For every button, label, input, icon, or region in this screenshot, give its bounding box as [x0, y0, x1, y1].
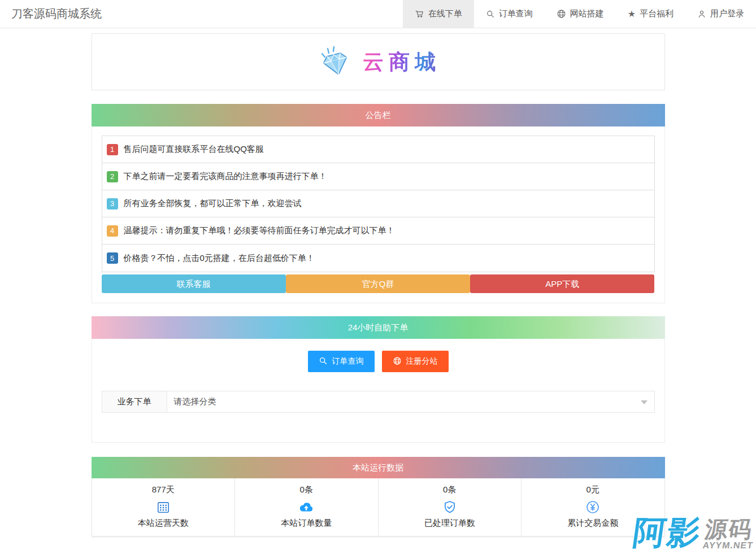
stat-label: 累计交易金额: [522, 518, 664, 529]
nav-item-site-build[interactable]: 网站搭建: [545, 0, 616, 28]
search-icon: [319, 356, 328, 367]
shield-check-icon: [379, 499, 522, 515]
nav-item-label: 平台福利: [640, 8, 674, 19]
self-service-section: 24小时自助下单 订单查询 注册分站 业务下单: [92, 316, 665, 443]
nav-item-user-login[interactable]: 用户登录: [685, 0, 756, 28]
contact-support-button[interactable]: 联系客服: [102, 274, 286, 293]
notice-item: 3 所有业务全部恢复，都可以正常下单，欢迎尝试: [102, 190, 654, 217]
app-download-button[interactable]: APP下载: [470, 274, 654, 293]
official-qq-group-button[interactable]: 官方Q群: [286, 274, 470, 293]
globe-icon: [557, 9, 566, 19]
stat-processed-orders: 0条 已处理订单数: [379, 478, 522, 536]
cloud-upload-icon: [235, 499, 378, 515]
notice-number-badge: 1: [107, 144, 118, 155]
announcement-header: 公告栏: [92, 104, 665, 126]
register-substation-button[interactable]: 注册分站: [382, 351, 449, 372]
stat-total-transactions: 0元 累计交易金额: [522, 478, 664, 536]
notice-item: 2 下单之前请一定要看完该商品的注意事项再进行下单！: [102, 163, 654, 190]
stat-value: 877天: [92, 485, 235, 495]
nav-item-label: 在线下单: [428, 8, 462, 19]
notice-number-badge: 5: [107, 252, 118, 264]
watermark-text-gray: 源码: [703, 518, 754, 540]
stats-row: 877天 本站运营天数 0条 本站订单数量 0条 已处理订单数: [92, 478, 665, 536]
announcement-section: 公告栏 1 售后问题可直接联系平台在线QQ客服 2 下单之前请一定要看完该商品的…: [92, 104, 665, 303]
notice-number-badge: 2: [107, 171, 118, 182]
calendar-icon: [92, 499, 235, 515]
order-form-label: 业务下单: [102, 391, 167, 413]
user-icon: [697, 10, 706, 19]
stat-value: 0条: [379, 485, 522, 495]
notice-text: 所有业务全部恢复，都可以正常下单，欢迎尝试: [124, 198, 302, 209]
search-icon: [486, 10, 495, 19]
diamond-icon: [315, 43, 353, 81]
button-label: 订单查询: [332, 356, 364, 367]
yuan-circle-icon: [522, 499, 664, 515]
nav-item-platform-benefits[interactable]: ★ 平台福利: [616, 0, 685, 28]
nav-item-label: 用户登录: [710, 8, 744, 19]
notice-text: 温馨提示：请勿重复下单哦！必须要等待前面任务订单完成才可以下单！: [124, 225, 395, 236]
stat-value: 0条: [235, 485, 378, 495]
notice-item: 1 售后问题可直接联系平台在线QQ客服: [102, 136, 654, 163]
category-select-value: 请选择分类: [174, 396, 216, 407]
watermark-url: AYYM.NET: [702, 540, 754, 551]
notice-text: 下单之前请一定要看完该商品的注意事项再进行下单！: [124, 171, 327, 182]
nav-item-label: 订单查询: [499, 8, 533, 19]
notice-list: 1 售后问题可直接联系平台在线QQ客服 2 下单之前请一定要看完该商品的注意事项…: [102, 136, 655, 272]
logo-text: 云商城: [363, 48, 441, 76]
stat-label: 本站运营天数: [92, 518, 235, 529]
chevron-down-icon: [641, 400, 648, 404]
stat-label: 本站订单数量: [235, 518, 378, 529]
category-select[interactable]: 请选择分类: [167, 391, 655, 413]
nav-item-label: 网站搭建: [570, 8, 604, 19]
nav-item-online-order[interactable]: 在线下单: [403, 0, 474, 28]
stat-days-running: 877天 本站运营天数: [92, 478, 236, 536]
notice-number-badge: 3: [107, 198, 118, 210]
site-stats-header: 本站运行数据: [92, 457, 665, 478]
stat-order-count: 0条 本站订单数量: [235, 478, 379, 536]
order-form-row: 业务下单 请选择分类: [102, 391, 655, 413]
site-stats-section: 本站运行数据 877天 本站运营天数 0条 本站订单数量 0条: [92, 457, 665, 536]
top-nav: 在线下单 订单查询 网站搭建 ★ 平台福利 用户登录: [403, 0, 756, 28]
stat-value: 0元: [522, 485, 664, 495]
announcement-buttons: 联系客服 官方Q群 APP下载: [102, 274, 655, 293]
site-logo: 云商城: [315, 43, 441, 81]
notice-item: 4 温馨提示：请勿重复下单哦！必须要等待前面任务订单完成才可以下单！: [102, 217, 654, 245]
notice-item: 5 价格贵？不怕，点击0元搭建，在后台超低价下单！: [102, 245, 654, 272]
cart-icon: [415, 9, 424, 19]
notice-number-badge: 4: [107, 225, 118, 237]
logo-box: 云商城: [92, 33, 665, 90]
order-query-button[interactable]: 订单查询: [308, 351, 375, 372]
self-service-header: 24小时自助下单: [92, 316, 665, 339]
notice-text: 售后问题可直接联系平台在线QQ客服: [124, 144, 264, 155]
button-label: 注册分站: [406, 356, 438, 367]
star-icon: ★: [628, 10, 636, 19]
globe-icon: [393, 356, 402, 367]
notice-text: 价格贵？不怕，点击0元搭建，在后台超低价下单！: [124, 253, 315, 264]
nav-item-order-query[interactable]: 订单查询: [474, 0, 545, 28]
stat-label: 已处理订单数: [379, 518, 522, 529]
top-bar: 刀客源码商城系统 在线下单 订单查询 网站搭建 ★ 平台福利: [0, 0, 756, 28]
site-title: 刀客源码商城系统: [0, 0, 102, 28]
